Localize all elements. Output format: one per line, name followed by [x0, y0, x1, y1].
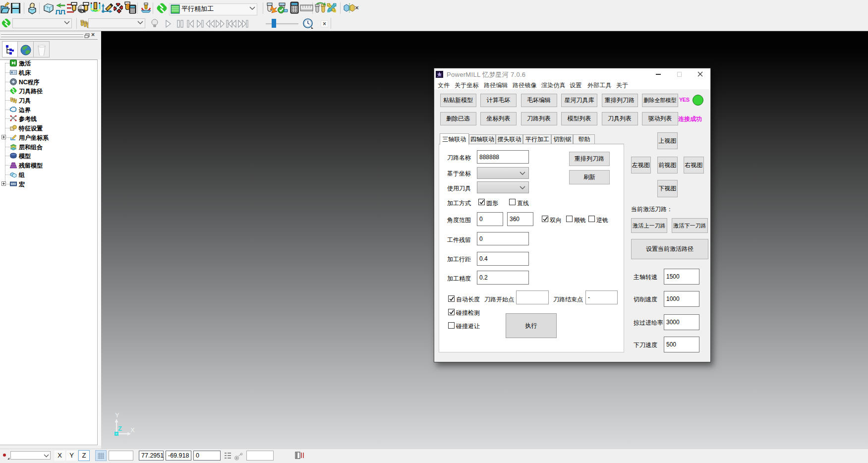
svg-text:Z: Z: [118, 425, 122, 432]
svg-text:Y: Y: [115, 411, 119, 419]
svg-text:X: X: [130, 426, 135, 434]
